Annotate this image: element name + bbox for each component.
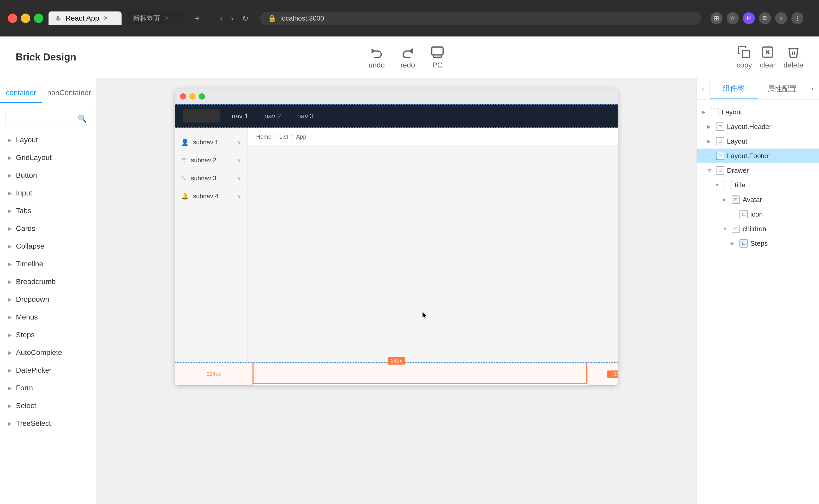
frame-body-content	[248, 146, 618, 364]
frame-navigation: nav 1 nav 2 nav 3	[175, 104, 618, 128]
sidebar-item-label-gridlayout: GridLayout	[16, 153, 52, 162]
tab-non-container[interactable]: nonContainer	[42, 83, 96, 103]
tab-properties[interactable]: 属性配置	[758, 79, 806, 99]
tree-item-title[interactable]: ▼ □ title	[697, 178, 819, 192]
sidebar-item-layout[interactable]: ▶ Layout	[0, 131, 96, 149]
sidebar-item-gridlayout[interactable]: ▶ GridLayout	[0, 149, 96, 167]
tab-component-tree[interactable]: 组件树	[710, 78, 758, 99]
account-button[interactable]: ○	[775, 12, 787, 24]
tree-item-steps[interactable]: ▶ □ Steps	[697, 236, 819, 251]
sidebar-item-datepicker[interactable]: ▶ DatePicker	[0, 361, 96, 379]
copy-button[interactable]: copy	[737, 45, 752, 69]
tree-more-layout-footer[interactable]: ···	[809, 152, 814, 159]
tree-item-layout-header[interactable]: ▶ □ Layout.Header	[697, 119, 819, 134]
frame-subnav-4[interactable]: 🔔 subnav 4 ∨	[175, 187, 248, 205]
undo-label: undo	[369, 61, 385, 69]
clear-button[interactable]: clear	[760, 45, 776, 69]
sidebar-item-arrow-input: ▶	[8, 190, 12, 196]
close-window-button[interactable]	[8, 14, 17, 23]
sidebar-tabs: container nonContainer	[0, 83, 96, 103]
tree-item-layout-2[interactable]: ▶ □ Layout	[697, 134, 819, 149]
sidebar-item-arrow-autocomplete: ▶	[8, 349, 12, 356]
tree-icon-steps: □	[740, 239, 748, 248]
forward-button[interactable]: ›	[229, 12, 236, 25]
undo-icon	[370, 45, 383, 59]
extensions-button[interactable]: ⊞	[711, 12, 723, 24]
maximize-window-button[interactable]	[34, 14, 43, 23]
bookmark-button[interactable]: ☆	[727, 12, 739, 24]
sidebar-item-cards[interactable]: ▶ Cards	[0, 220, 96, 237]
subnav-4-arrow: ∨	[237, 193, 241, 199]
frame-nav-item-1[interactable]: nav 1	[228, 109, 253, 123]
sidebar-item-breadcrumb[interactable]: ▶ Breadcrumb	[0, 273, 96, 291]
frame-subnav-2[interactable]: ☰ subnav 2 ∨	[175, 151, 248, 169]
tab-close-button[interactable]: ✕	[103, 15, 108, 22]
frame-nav-logo	[183, 109, 220, 122]
frame-nav-item-3[interactable]: nav 3	[293, 109, 318, 123]
tree-label-title: title	[735, 181, 814, 189]
panel-expand-button[interactable]: ›	[806, 80, 819, 98]
back-button[interactable]: ‹	[218, 12, 225, 25]
search-icon: 🔍	[78, 114, 87, 123]
address-bar[interactable]: 🔒 localhost:3000	[260, 12, 701, 25]
frame-breadcrumb: Home / List / App	[248, 128, 618, 146]
footer-right-section: 1024px	[587, 363, 618, 385]
browser-traffic-lights	[8, 14, 43, 23]
sidebar-item-arrow-dropdown: ▶	[8, 296, 12, 303]
menu-button[interactable]: ⋮	[791, 12, 803, 24]
sidebar-item-arrow-cards: ▶	[8, 225, 12, 232]
frame-nav-item-2[interactable]: nav 2	[260, 109, 285, 123]
canvas-area: nav 1 nav 2 nav 3 👤 subnav 1 ∨ ☰	[96, 78, 697, 504]
tree-item-children[interactable]: ▼ □ children	[697, 222, 819, 236]
sidebar-item-steps[interactable]: ▶ Steps	[0, 326, 96, 344]
sidebar-item-input[interactable]: ▶ Input	[0, 184, 96, 202]
puzzle-button[interactable]: ⧉	[759, 12, 771, 24]
tree-item-layout-footer[interactable]: ▶ □ Layout.Footer ···	[697, 149, 819, 163]
tab-title: React App	[65, 14, 99, 22]
sidebar-item-label-tabs: Tabs	[16, 207, 31, 215]
tree-label-layout-2: Layout	[727, 137, 814, 145]
tree-label-icon: icon	[750, 210, 814, 218]
sidebar-item-collapse[interactable]: ▶ Collapse	[0, 237, 96, 255]
breadcrumb-home: Home	[256, 133, 272, 140]
undo-button[interactable]: undo	[369, 45, 385, 69]
tree-item-avatar[interactable]: ▶ □ Avatar	[697, 192, 819, 207]
tree-item-layout[interactable]: ▶ □ Layout	[697, 105, 819, 119]
sidebar-item-timeline[interactable]: ▶ Timeline	[0, 255, 96, 273]
sidebar-search-area: 🔍	[0, 108, 96, 131]
sidebar-item-autocomplete[interactable]: ▶ AutoComplete	[0, 344, 96, 361]
pc-button[interactable]: PC	[431, 45, 444, 69]
browser-tab-react-app[interactable]: ⚛ React App ✕	[48, 11, 121, 25]
sidebar-item-select[interactable]: ▶ Select	[0, 397, 96, 415]
browser-tab-newtab[interactable]: 新标签页 ✕	[127, 11, 184, 26]
frame-main-panel: Home / List / App	[248, 128, 618, 362]
sidebar-item-dropdown[interactable]: ▶ Dropdown	[0, 291, 96, 308]
reload-button[interactable]: ↻	[240, 12, 251, 25]
frame-subnav-3[interactable]: ♡ subnav 3 ∨	[175, 169, 248, 187]
delete-button[interactable]: delete	[784, 45, 803, 69]
sidebar-item-treeselect[interactable]: ▶ TreeSelect	[0, 415, 96, 432]
sidebar-item-label-breadcrumb: Breadcrumb	[16, 278, 56, 286]
panel-collapse-button[interactable]: ‹	[697, 80, 710, 98]
frame-subnav-1[interactable]: 👤 subnav 1 ∨	[175, 133, 248, 151]
tree-arrow-drawer: ▼	[707, 168, 713, 173]
sidebar-item-form[interactable]: ▶ Form	[0, 379, 96, 397]
tree-item-drawer[interactable]: ▼ □ Drawer	[697, 163, 819, 178]
sidebar-item-button[interactable]: ▶ Button	[0, 167, 96, 184]
sidebar-item-arrow-breadcrumb: ▶	[8, 279, 12, 285]
tree-item-icon[interactable]: ▶ □ icon	[697, 207, 819, 222]
frame-sidebar: 👤 subnav 1 ∨ ☰ subnav 2 ∨ ♡ subnav 3	[175, 128, 248, 362]
minimize-window-button[interactable]	[21, 14, 30, 23]
redo-button[interactable]: redo	[400, 45, 415, 69]
sidebar-item-label-form: Form	[16, 384, 33, 392]
sidebar-item-label-collapse: Collapse	[16, 242, 44, 250]
new-tab-button[interactable]: +	[189, 11, 205, 26]
sidebar-item-arrow-steps: ▶	[8, 332, 12, 338]
subnav-1-arrow: ∨	[237, 139, 241, 145]
profile-button[interactable]: P	[743, 12, 755, 24]
sidebar-item-menus[interactable]: ▶ Menus	[0, 308, 96, 326]
component-tree: ▶ □ Layout ▶ □ Layout.Header ▶ □ Layout	[697, 100, 819, 504]
tab-container[interactable]: container	[0, 83, 42, 103]
sidebar-item-tabs[interactable]: ▶ Tabs	[0, 202, 96, 220]
inactive-tab-close-button[interactable]: ✕	[164, 15, 169, 22]
